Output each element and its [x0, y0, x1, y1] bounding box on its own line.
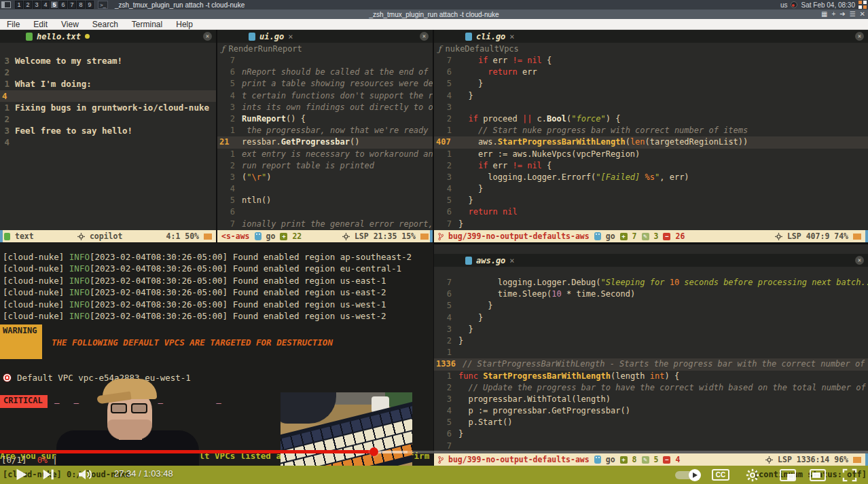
- workspace-4[interactable]: 4: [41, 1, 50, 9]
- code-line[interactable]: 7ionally print the general error report,…: [217, 219, 433, 230]
- code-line[interactable]: 7 logging.Logger.Debug("Sleeping for 10 …: [434, 277, 868, 288]
- close-pane-icon[interactable]: ✕: [855, 256, 864, 265]
- code-line[interactable]: 5 }: [434, 195, 868, 206]
- code-line[interactable]: 3 logging.Logger.Errorf("[Failed] %s", e…: [434, 172, 868, 183]
- code-line[interactable]: 4: [0, 90, 216, 102]
- code-line[interactable]: 6}: [434, 428, 868, 440]
- code-line[interactable]: 4 }: [434, 90, 868, 102]
- seekbar-scrubber[interactable]: [369, 447, 378, 456]
- rollup-icon[interactable]: ➔: [839, 10, 845, 18]
- menu-edit[interactable]: Edit: [26, 20, 54, 29]
- tab-ui-go[interactable]: ui.go ×: [242, 30, 300, 43]
- code-line[interactable]: 6 return err: [434, 67, 868, 78]
- code-line[interactable]: 6: [217, 206, 433, 218]
- menu-search[interactable]: Search: [86, 20, 125, 29]
- code-line[interactable]: 6 time.Sleep(10 * time.Second): [434, 288, 868, 300]
- code-line[interactable]: 1 the progressbar, now that we're ready …: [217, 125, 433, 136]
- code-line[interactable]: 2run report table is printed: [217, 160, 433, 172]
- close-pane-icon[interactable]: ✕: [203, 32, 212, 41]
- code-line[interactable]: 3: [434, 102, 868, 113]
- code-line[interactable]: 6nReport should be called at the end of …: [217, 67, 433, 78]
- code-line[interactable]: 4 }: [434, 183, 868, 195]
- clock[interactable]: Sat Feb 04, 08:30: [801, 1, 855, 9]
- close-window-icon[interactable]: ✕: [860, 10, 865, 18]
- code-line[interactable]: 3 progressbar.WithTotal(length): [434, 394, 868, 405]
- code-line[interactable]: 1Fixing bugs in gruntwork-io/cloud-nuke: [0, 102, 216, 113]
- code-line[interactable]: 7 if err != nil {: [434, 55, 868, 67]
- code-line[interactable]: 2 if proceed || c.Bool("force") {: [434, 113, 868, 125]
- cli-code[interactable]: 7 if err != nil {6 return err5 }4 }32 if…: [434, 55, 868, 230]
- close-pane-icon[interactable]: ✕: [420, 32, 429, 41]
- code-line[interactable]: 2}: [434, 335, 868, 347]
- settings-gear-icon[interactable]: [746, 468, 759, 482]
- autoplay-toggle[interactable]: [675, 471, 700, 479]
- play-button[interactable]: [14, 467, 29, 482]
- tab-close-icon[interactable]: ×: [509, 32, 514, 41]
- code-line[interactable]: 407 aws.StartProgressBarWithLength(len(t…: [434, 136, 868, 148]
- code-line[interactable]: 1What I'm doing:: [0, 78, 216, 90]
- terminal-launcher-icon[interactable]: >_: [98, 1, 108, 9]
- menu-icon[interactable]: ☰: [850, 10, 856, 18]
- recorder-icon[interactable]: [791, 1, 797, 8]
- next-button[interactable]: [41, 467, 56, 482]
- code-line[interactable]: 7}: [434, 219, 868, 230]
- pane-scroll-indicator[interactable]: [865, 230, 868, 242]
- code-line[interactable]: 3Welcome to my stream!: [0, 55, 216, 67]
- code-line[interactable]: 2RunReport() {: [217, 113, 433, 125]
- workspace-6[interactable]: 6: [59, 1, 67, 9]
- hello-code[interactable]: 3Welcome to my stream!21What I'm doing:4…: [0, 55, 216, 149]
- code-line[interactable]: 21ressbar.GetProgressbar(): [217, 136, 433, 148]
- menu-file[interactable]: File: [0, 20, 26, 29]
- tab-aws-go[interactable]: aws.go ×: [458, 254, 522, 267]
- pane-scroll-indicator[interactable]: [0, 230, 3, 242]
- workspace-5[interactable]: 5: [50, 1, 58, 9]
- workspace-8[interactable]: 8: [77, 1, 85, 9]
- miniplayer-button[interactable]: [780, 469, 796, 481]
- workspace-9[interactable]: 9: [86, 1, 94, 9]
- code-line[interactable]: 3("\r"): [217, 172, 433, 183]
- aws-code[interactable]: 7 logging.Logger.Debug("Sleeping for 10 …: [434, 277, 868, 452]
- code-line[interactable]: 5 }: [434, 78, 868, 90]
- workspace-1[interactable]: 1: [15, 1, 23, 9]
- tab-cli-go[interactable]: cli.go ×: [458, 30, 522, 43]
- code-line[interactable]: 2: [0, 113, 216, 125]
- code-line[interactable]: 7: [217, 55, 433, 67]
- code-line[interactable]: 5ntln(): [217, 195, 433, 206]
- keyboard-layout-indicator[interactable]: us: [780, 1, 788, 9]
- captions-button[interactable]: CC: [712, 469, 729, 481]
- ui-code[interactable]: 76nReport should be called at the end of…: [217, 55, 433, 230]
- code-line[interactable]: 2 if err != nil {: [434, 160, 868, 172]
- menu-help[interactable]: Help: [169, 20, 200, 29]
- workspace-2[interactable]: 2: [24, 1, 32, 9]
- code-line[interactable]: 3 }: [434, 324, 868, 335]
- volume-button[interactable]: [77, 467, 94, 482]
- tile-icon[interactable]: ▦: [821, 10, 827, 18]
- workspace-7[interactable]: 7: [68, 1, 76, 9]
- code-line[interactable]: 4 p := progressbar.GetProgressbar(): [434, 405, 868, 417]
- menu-terminal[interactable]: Terminal: [125, 20, 169, 29]
- code-line[interactable]: 1 // Start nuke progress bar with correc…: [434, 125, 868, 136]
- code-line[interactable]: 4 }: [434, 312, 868, 324]
- code-line[interactable]: 4: [0, 136, 216, 148]
- menu-view[interactable]: View: [54, 20, 86, 29]
- close-pane-icon[interactable]: ✕: [855, 32, 864, 41]
- code-line[interactable]: 1func StartProgressBarWithLength(length …: [434, 371, 868, 382]
- code-line[interactable]: 4t certain functions don't support the r…: [217, 90, 433, 102]
- fullscreen-button[interactable]: [842, 468, 857, 482]
- code-line[interactable]: 5print a table showing resources were de…: [217, 78, 433, 90]
- code-line[interactable]: 2 // Update the progress bar to have the…: [434, 382, 868, 394]
- workspace-3[interactable]: 3: [33, 1, 41, 9]
- code-line[interactable]: 5 p.Start(): [434, 417, 868, 428]
- code-line[interactable]: 1ext entry is necessary to workaround an…: [217, 149, 433, 160]
- theater-mode-button[interactable]: [810, 469, 826, 481]
- code-line[interactable]: 5 }: [434, 300, 868, 312]
- tab-close-icon[interactable]: ×: [509, 256, 514, 265]
- code-line[interactable]: 6 return nil: [434, 206, 868, 218]
- pane-scroll-indicator[interactable]: [865, 453, 868, 466]
- code-line[interactable]: 1 err := aws.NukeVpcs(vpcPerRegion): [434, 149, 868, 160]
- pager-icon[interactable]: [1, 1, 11, 8]
- tab-hello-txt[interactable]: hello.txt: [19, 30, 96, 43]
- taskbar-window-title[interactable]: _zsh_tmux_plugin_run attach -t cloud-nuk…: [115, 1, 245, 9]
- code-line[interactable]: 1: [434, 347, 868, 358]
- code-line[interactable]: 3ints its own findings out directly to o…: [217, 102, 433, 113]
